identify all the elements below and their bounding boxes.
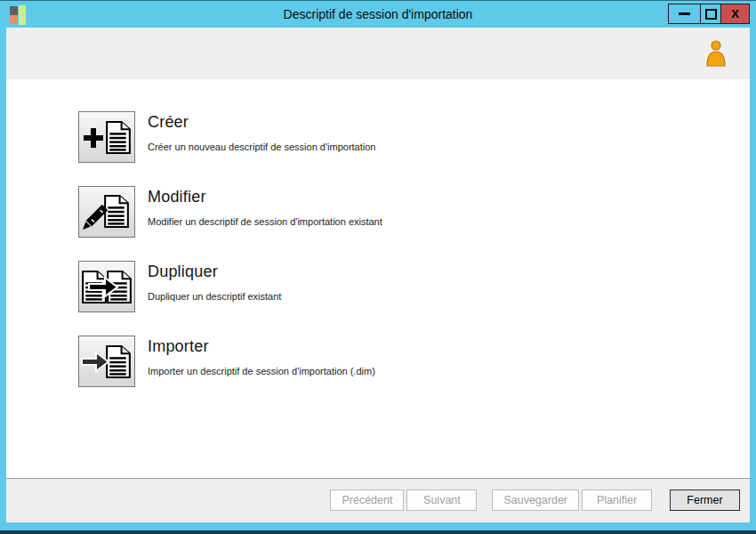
previous-button[interactable]: Précédent [330,490,404,511]
minimize-icon [679,12,690,15]
action-text: Dupliquer Dupliquer un descriptif exista… [148,261,281,302]
action-title: Importer [148,337,375,356]
import-button[interactable] [78,336,135,387]
close-button[interactable]: X [721,4,750,24]
footer-buttons: Précédent Suivant Sauvegarder Planifier … [330,490,740,511]
action-description: Importer un descriptif de session d'impo… [148,366,375,376]
close-dialog-button[interactable]: Fermer [670,490,740,511]
header-strip [6,28,750,79]
edit-button[interactable] [78,186,135,238]
action-create[interactable]: Créer Créer un nouveau descriptif de ses… [78,111,723,163]
next-button[interactable]: Suivant [406,490,477,511]
action-edit[interactable]: Modifier Modifier un descriptif de sessi… [78,186,723,238]
person-icon [704,39,728,68]
action-title: Créer [148,113,375,132]
create-button[interactable] [78,111,135,163]
new-document-icon [81,117,133,158]
import-document-icon [81,341,133,382]
window-controls: X [668,4,750,24]
edit-document-icon [81,191,133,232]
window-bottom-edge [0,530,756,534]
duplicate-document-icon [81,266,133,307]
maximize-button[interactable] [700,4,721,24]
window-title: Descriptif de session d'importation [0,2,756,28]
action-title: Modifier [148,188,382,206]
action-text: Importer Importer un descriptif de sessi… [148,336,375,376]
footer-bar: Précédent Suivant Sauvegarder Planifier … [6,478,750,522]
save-button[interactable]: Sauvegarder [492,490,579,511]
maximize-icon [705,9,717,20]
action-text: Créer Créer un nouveau descriptif de ses… [148,111,375,152]
dialog-window: Descriptif de session d'importation X [0,0,756,534]
action-duplicate[interactable]: Dupliquer Dupliquer un descriptif exista… [78,261,723,312]
action-text: Modifier Modifier un descriptif de sessi… [148,186,382,227]
action-description: Modifier un descriptif de session d'impo… [148,216,382,227]
schedule-button[interactable]: Planifier [582,490,652,511]
close-icon: X [731,7,739,20]
title-bar: Descriptif de session d'importation X [0,2,756,28]
minimize-button[interactable] [668,4,700,24]
action-description: Créer un nouveau descriptif de session d… [148,142,375,152]
action-description: Dupliquer un descriptif existant [148,291,281,302]
duplicate-button[interactable] [78,261,135,312]
user-icon[interactable] [704,39,728,68]
action-title: Dupliquer [148,263,281,281]
action-list: Créer Créer un nouveau descriptif de ses… [78,111,723,410]
dialog-body: Créer Créer un nouveau descriptif de ses… [6,28,750,522]
action-import[interactable]: Importer Importer un descriptif de sessi… [78,336,723,387]
